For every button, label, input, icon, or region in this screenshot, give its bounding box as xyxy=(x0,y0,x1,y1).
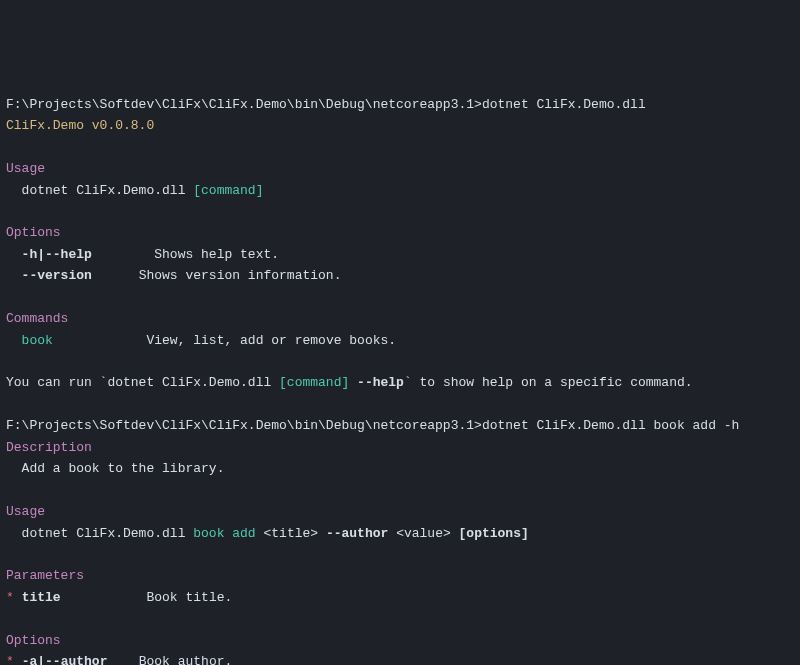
option-desc: Shows help text. xyxy=(154,247,279,262)
parameter-name: title xyxy=(22,590,61,605)
option-flag: -h|--help xyxy=(22,247,92,262)
options-header: Options xyxy=(6,222,794,243)
usage-line-1: dotnet CliFx.Demo.dll [command] xyxy=(6,180,794,201)
option-flag: --version xyxy=(22,268,92,283)
option-author: * -a|--author Book author. xyxy=(6,651,794,665)
usage-exe: dotnet CliFx.Demo.dll xyxy=(6,183,193,198)
options-header-2: Options xyxy=(6,630,794,651)
prompt-line-1: F:\Projects\Softdev\CliFx\CliFx.Demo\bin… xyxy=(6,94,794,115)
app-version: CliFx.Demo v0.0.8.0 xyxy=(6,115,794,136)
option-desc: Book author. xyxy=(139,654,233,665)
prompt-command: dotnet CliFx.Demo.dll xyxy=(482,97,646,112)
description-text: Add a book to the library. xyxy=(6,458,794,479)
option-flag: -a|--author xyxy=(22,654,108,665)
option-version: --version Shows version information. xyxy=(6,265,794,286)
option-desc: Shows version information. xyxy=(139,268,342,283)
usage-line-2: dotnet CliFx.Demo.dll book add <title> -… xyxy=(6,523,794,544)
hint-line: You can run `dotnet CliFx.Demo.dll [comm… xyxy=(6,372,794,393)
commands-header: Commands xyxy=(6,308,794,329)
parameter-desc: Book title. xyxy=(146,590,232,605)
parameters-header: Parameters xyxy=(6,565,794,586)
prompt-path: F:\Projects\Softdev\CliFx\CliFx.Demo\bin… xyxy=(6,418,482,433)
option-help: -h|--help Shows help text. xyxy=(6,244,794,265)
prompt-path: F:\Projects\Softdev\CliFx\CliFx.Demo\bin… xyxy=(6,97,482,112)
command-desc: View, list, add or remove books. xyxy=(146,333,396,348)
required-star: * xyxy=(6,654,14,665)
prompt-line-2: F:\Projects\Softdev\CliFx\CliFx.Demo\bin… xyxy=(6,415,794,436)
parameter-title: * title Book title. xyxy=(6,587,794,608)
description-header: Description xyxy=(6,437,794,458)
usage-header: Usage xyxy=(6,158,794,179)
command-name: book xyxy=(22,333,53,348)
usage-header-2: Usage xyxy=(6,501,794,522)
required-star: * xyxy=(6,590,14,605)
command-book: book View, list, add or remove books. xyxy=(6,330,794,351)
prompt-command: dotnet CliFx.Demo.dll book add -h xyxy=(482,418,739,433)
usage-command-placeholder: [command] xyxy=(193,183,263,198)
